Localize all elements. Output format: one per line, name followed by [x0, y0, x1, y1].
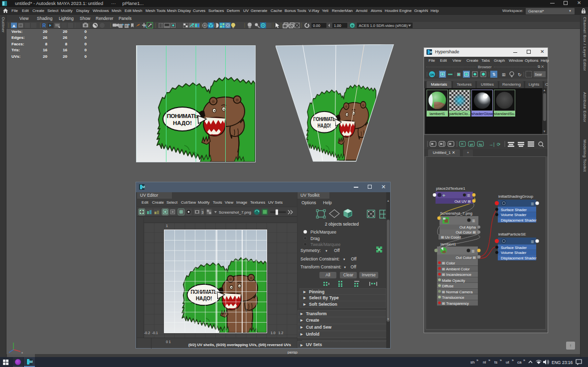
svg-text:⊞ Incandescence: ⊞ Incandescence [442, 272, 471, 277]
svg-text:☰: ☰ [471, 249, 474, 253]
svg-text:⊞ Normal Camera: ⊞ Normal Camera [442, 290, 473, 294]
svg-text:Surface Shader: Surface Shader [501, 245, 527, 250]
svg-text:place2dTexture1: place2dTexture1 [436, 186, 465, 191]
svg-text:Screenshot_7.png: Screenshot_7.png [219, 210, 251, 215]
svg-text:⊞ Ambient Color: ⊞ Ambient Color [442, 267, 470, 271]
svg-text:☰: ☰ [531, 202, 534, 206]
svg-text:3: 3 [202, 211, 204, 214]
svg-text:Out Color ⊞: Out Color ⊞ [456, 230, 476, 235]
svg-text:↻: ↻ [518, 72, 522, 77]
svg-text:ACES 1.0 SDR-video (sRGB): ACES 1.0 SDR-video (sRGB) [359, 23, 408, 28]
svg-text:☰: ☰ [531, 240, 534, 244]
svg-text:⊞ Color: ⊞ Color [442, 261, 455, 265]
svg-text:→|: →| [489, 142, 494, 147]
svg-text:☰: ☰ [472, 219, 475, 223]
svg-text:⟳: ⟳ [497, 142, 501, 147]
svg-text:☰: ☰ [467, 194, 470, 197]
svg-text:Out Color ⊞: Out Color ⊞ [456, 255, 476, 260]
svg-text:Matte Opacity: Matte Opacity [442, 278, 465, 283]
svg-text:0.00: 0.00 [313, 23, 320, 28]
svg-text:⊞ Uv Coord: ⊞ Uv Coord [441, 235, 461, 240]
svg-text:lambert1: lambert1 [441, 242, 456, 246]
svg-text:Volume Shader: Volume Shader [501, 213, 527, 217]
svg-text:⊞ Transparency: ⊞ Transparency [442, 301, 469, 306]
svg-text:1.00: 1.00 [334, 23, 341, 28]
svg-text:initialShadingGroup: initialShadingGroup [498, 194, 533, 199]
svg-text:Volume Shader: Volume Shader [501, 250, 527, 255]
svg-text:Out Alpha: Out Alpha [459, 225, 476, 230]
svg-text:R: R [42, 23, 46, 28]
svg-text:A: A [12, 24, 15, 28]
svg-text:✛: ✛ [442, 194, 445, 197]
svg-text:Sear: Sear [535, 73, 542, 76]
svg-text:Surface Shader: Surface Shader [501, 208, 527, 212]
svg-text:⇄: ⇄ [470, 142, 473, 147]
svg-text:Diffuse: Diffuse [442, 284, 453, 288]
svg-text:Translucence: Translucence [442, 295, 464, 300]
svg-text:Displacement Shader: Displacement Shader [501, 218, 537, 223]
svg-text:Screenshot_7.png: Screenshot_7.png [440, 211, 472, 216]
svg-text:⊞: ⊞ [502, 72, 506, 77]
svg-text:Displacement Shader: Displacement Shader [501, 256, 537, 260]
svg-text:Out UV ⊞: Out UV ⊞ [454, 199, 471, 204]
svg-text:⇆: ⇆ [479, 142, 482, 147]
svg-text:ON: ON [430, 73, 434, 76]
svg-text:initialParticleSE: initialParticleSE [498, 232, 526, 237]
svg-text:⇅: ⇅ [492, 72, 496, 77]
